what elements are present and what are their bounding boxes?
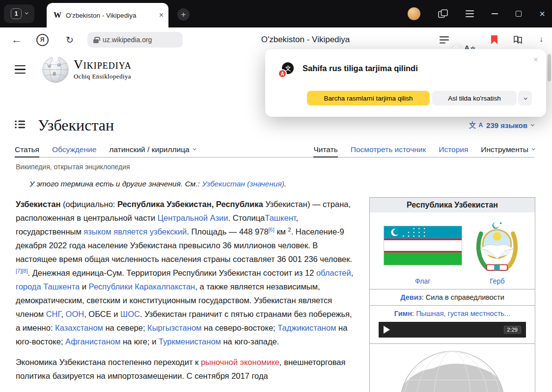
- text-segment: ,: [351, 268, 354, 277]
- inline-link[interactable]: рыночной экономике: [201, 358, 279, 366]
- translate-images-button[interactable]: Barcha rasmlarni tarjima qilish: [307, 91, 430, 105]
- browser-menu-icon[interactable]: [466, 10, 474, 17]
- inline-link[interactable]: Республики Каракалпакстан: [89, 282, 195, 291]
- contents-icon[interactable]: [15, 120, 25, 131]
- inline-link[interactable]: областей: [316, 268, 351, 277]
- tab-view-source[interactable]: Посмотреть источник: [351, 142, 426, 157]
- show-original-button[interactable]: Asl tilda ko'rsatish: [432, 91, 517, 105]
- inline-link[interactable]: Узбекистан (значения): [202, 180, 284, 188]
- text-segment: ,: [61, 310, 65, 318]
- text-segment: У этого термина есть и другие значения. …: [29, 180, 202, 188]
- tab-tools[interactable]: Инструменты: [481, 142, 534, 157]
- inline-link[interactable]: города Ташкента: [16, 282, 80, 291]
- popup-options-button[interactable]: [518, 91, 532, 105]
- tab-read[interactable]: Читать: [313, 142, 337, 157]
- back-button[interactable]: ←: [9, 27, 25, 52]
- translate-icon[interactable]: A: [464, 27, 476, 52]
- inline-link[interactable]: [7]: [16, 268, 22, 274]
- scrollbar-thumb[interactable]: [548, 54, 551, 81]
- motto-row: Девиз: Сила в справедливости: [370, 289, 535, 305]
- chrome-controls: ×: [408, 0, 545, 27]
- languages-count: 239 языков: [486, 121, 527, 130]
- inline-link[interactable]: Туркменистаном: [159, 337, 221, 346]
- window-close-button[interactable]: ×: [539, 9, 545, 18]
- languages-button[interactable]: A 239 языков: [469, 121, 533, 130]
- inline-link[interactable]: Афганистаном: [65, 337, 120, 346]
- inline-link[interactable]: [6]: [269, 227, 275, 233]
- window-minimize-button[interactable]: [492, 13, 498, 14]
- inline-link[interactable]: Центральной Азии: [158, 213, 228, 222]
- article-heading: Узбекистан: [38, 116, 114, 134]
- text-segment: на юге; и: [120, 337, 159, 346]
- tab-title: O'zbekiston - Vikipediya: [66, 12, 155, 19]
- variant-selector[interactable]: латинский / кириллица: [109, 142, 195, 157]
- text-segment: км: [275, 227, 288, 236]
- inline-link[interactable]: ООН: [66, 310, 84, 318]
- svg-text:W: W: [48, 64, 52, 69]
- text-segment: . Денежная единица-Сум. Территория Респу…: [28, 268, 316, 277]
- inline-link[interactable]: ШОС: [120, 310, 140, 318]
- tab-article[interactable]: Статья: [15, 142, 39, 157]
- coat-of-arms-image[interactable]: [473, 219, 521, 274]
- inline-link[interactable]: Гимн: [394, 310, 412, 317]
- profile-avatar[interactable]: [408, 7, 420, 20]
- inline-link[interactable]: СНГ: [46, 310, 61, 318]
- browser-tab[interactable]: W O'zbekiston - Vikipediya ×: [47, 3, 168, 27]
- bookmark-icon[interactable]: [491, 27, 497, 52]
- flag-caption-link[interactable]: Флаг: [415, 277, 430, 285]
- new-tab-button[interactable]: +: [177, 8, 190, 21]
- translate-badge-icon: A: [278, 62, 294, 78]
- inline-link[interactable]: [8]: [22, 268, 28, 274]
- article-title-row: Узбекистан A 239 языков: [15, 114, 533, 136]
- text-segment: . Площадь — 448 978: [187, 227, 268, 236]
- browser-toolbar: ← Я ↻ uz.wikipedia.org O'zbekiston - Vik…: [0, 27, 552, 52]
- anthem-row: Гимн: Пышная, густая местность... 2:29: [370, 305, 535, 343]
- wikipedia-favicon-icon: W: [54, 11, 61, 20]
- text-segment: на севере;: [103, 323, 147, 332]
- audio-player[interactable]: 2:29: [379, 322, 526, 338]
- wordmark-title: Vikipediya: [74, 58, 132, 71]
- yandex-button[interactable]: Я: [34, 27, 50, 52]
- reload-button[interactable]: ↻: [62, 27, 78, 52]
- coat-caption-link[interactable]: Герб: [490, 277, 504, 285]
- window-maximize-button[interactable]: [516, 11, 522, 17]
- collections-icon[interactable]: [513, 27, 523, 52]
- tab-close-icon[interactable]: ×: [159, 11, 164, 19]
- flag-image[interactable]: [384, 226, 462, 266]
- popup-title: Sahifa rus tiliga tarjima qilindi: [303, 64, 418, 73]
- wikipedia-wordmark[interactable]: Vikipediya Ochiq Ensiklopediya: [74, 58, 132, 80]
- article-tabs: Статья Обсуждение латинский / кириллица …: [15, 142, 534, 157]
- text-segment: Экономика Узбекистана постепенно переход…: [16, 358, 201, 366]
- lock-icon: [93, 39, 99, 43]
- inline-link[interactable]: Пышная, густая местность...: [416, 310, 510, 317]
- inline-link[interactable]: Казахстаном: [55, 323, 103, 332]
- wikipedia-logo[interactable]: W Ω Я: [41, 55, 70, 85]
- location-map: [370, 343, 535, 392]
- anthem-text: Гимн: Пышная, густая местность...: [373, 310, 532, 317]
- text-segment: и: [80, 282, 88, 291]
- panels-icon[interactable]: [438, 9, 448, 18]
- inline-link[interactable]: Девиз: [400, 293, 422, 301]
- article-content: У этого термина есть и другие значения. …: [16, 176, 535, 392]
- svg-text:Я: Я: [53, 71, 56, 77]
- address-bar[interactable]: uz.wikipedia.org: [87, 32, 183, 48]
- inline-link[interactable]: Таджикистаном: [277, 323, 336, 332]
- browser-window: 1 W O'zbekiston - Vikipediya × + × ← Я ↻…: [0, 0, 552, 392]
- popup-close-icon[interactable]: ×: [533, 55, 538, 65]
- inline-link[interactable]: Ташкент: [265, 213, 296, 222]
- site-tagline: Википедия, открытая энциклопедия: [16, 163, 130, 171]
- play-button[interactable]: [384, 326, 390, 334]
- download-icon[interactable]: ↓: [538, 27, 544, 52]
- main-menu-icon[interactable]: [15, 65, 26, 74]
- text-segment: :: [412, 310, 416, 317]
- inline-link[interactable]: языком является узбекский: [83, 227, 187, 236]
- text-segment: Республика Узбекистан, Республика: [117, 200, 263, 209]
- inline-link[interactable]: Кыргызстаном: [147, 323, 201, 332]
- tab-counter-button[interactable]: 1: [4, 4, 34, 23]
- reader-mode-icon[interactable]: [440, 27, 449, 52]
- chevron-down-icon: [25, 11, 28, 14]
- infobox-title: Республика Узбекистан: [370, 198, 535, 212]
- tab-talk[interactable]: Обсуждение: [52, 142, 96, 157]
- text-segment: .: [284, 180, 286, 188]
- tab-history[interactable]: История: [439, 142, 468, 157]
